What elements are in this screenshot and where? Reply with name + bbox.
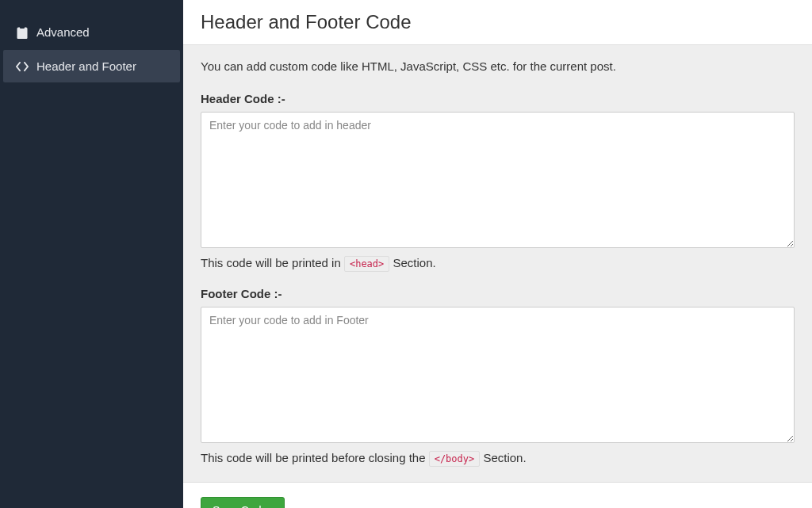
settings-panel: You can add custom code like HTML, JavaS…: [183, 44, 812, 483]
hint-text-suffix: Section.: [483, 451, 526, 464]
main-content: Header and Footer Code You can add custo…: [183, 0, 812, 508]
sidebar-item-label: Header and Footer: [36, 59, 136, 73]
footer-code-label: Footer Code :-: [201, 287, 795, 300]
code-icon: [16, 60, 29, 73]
panel-description: You can add custom code like HTML, JavaS…: [201, 59, 795, 73]
footer-code-input[interactable]: [201, 307, 795, 443]
footer-code-hint: This code will be printed before closing…: [201, 451, 795, 464]
hint-text-suffix: Section.: [393, 256, 435, 269]
body-tag-code: </body>: [429, 451, 481, 467]
svg-rect-0: [17, 28, 27, 39]
header-code-label: Header Code :-: [201, 92, 795, 105]
header-code-input[interactable]: [201, 112, 795, 248]
header-code-hint: This code will be printed in <head> Sect…: [201, 256, 795, 269]
hint-text-prefix: This code will be printed in: [201, 256, 344, 269]
clipboard-icon: [16, 26, 29, 39]
hint-text-prefix: This code will be printed before closing…: [201, 451, 429, 464]
sidebar-item-advanced[interactable]: Advanced: [3, 16, 180, 48]
head-tag-code: <head>: [344, 256, 389, 272]
sidebar: Advanced Header and Footer: [0, 0, 183, 508]
action-row: Save Codes: [183, 483, 812, 508]
sidebar-item-label: Advanced: [36, 25, 90, 39]
svg-rect-1: [20, 26, 25, 29]
sidebar-item-header-footer[interactable]: Header and Footer: [3, 50, 180, 82]
page-title: Header and Footer Code: [183, 0, 812, 44]
save-button[interactable]: Save Codes: [201, 497, 285, 508]
